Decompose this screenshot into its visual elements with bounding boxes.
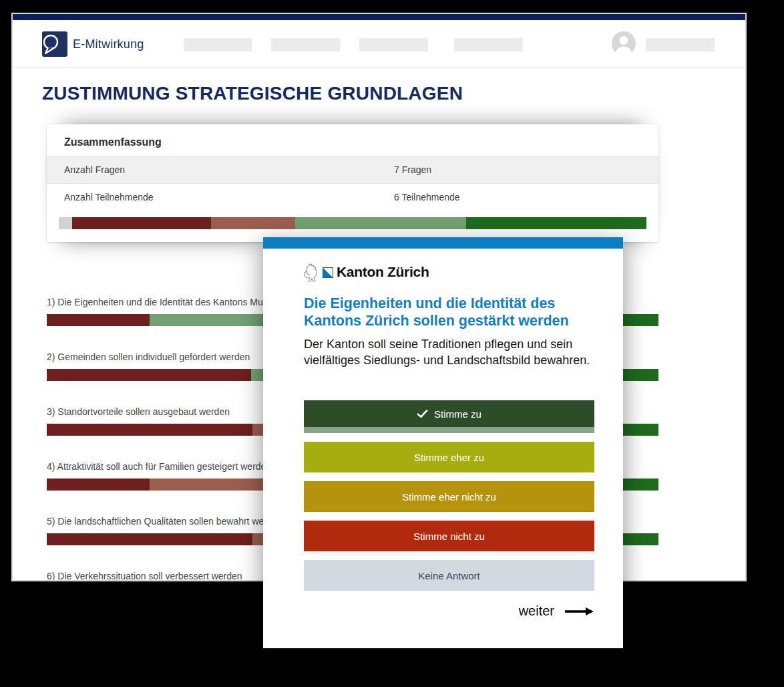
lion-crest-icon bbox=[303, 262, 321, 282]
top-navy-bar bbox=[13, 14, 745, 20]
person-icon bbox=[612, 31, 636, 55]
modal-content: Kanton Zürich Die Eigenheiten und die Id… bbox=[304, 237, 594, 648]
brand-name: E-Mitwirkung bbox=[73, 37, 144, 51]
check-icon bbox=[417, 409, 428, 418]
page-title: ZUSTIMMUNG STRATEGISCHE GRUNDLAGEN bbox=[42, 83, 463, 104]
app-header: E-Mitwirkung bbox=[13, 20, 745, 68]
question-description: Der Kanton soll seine Traditionen pflege… bbox=[304, 336, 594, 368]
nav-placeholder[interactable] bbox=[271, 38, 340, 51]
bar-segment-stimme-nicht-zu bbox=[47, 314, 150, 326]
answer-button-keine-antwort[interactable]: Keine Antwort bbox=[304, 560, 594, 591]
summary-row-value: 6 Teilnehmende bbox=[394, 192, 460, 202]
answer-button-stimme-eher-zu[interactable]: Stimme eher zu bbox=[304, 442, 594, 472]
summary-row-label: Anzahl Fragen bbox=[64, 164, 125, 175]
bar-segment-stimme-nicht-zu bbox=[47, 533, 252, 545]
next-button[interactable]: weiter bbox=[519, 603, 594, 619]
nav-placeholder[interactable] bbox=[359, 38, 428, 51]
summary-row: Anzahl Teilnehmende6 Teilnehmende bbox=[47, 184, 658, 211]
answer-button-stimme-zu[interactable]: Stimme zu bbox=[304, 400, 594, 433]
summary-rows: Anzahl Fragen7 FragenAnzahl Teilnehmende… bbox=[47, 156, 658, 211]
screenshot-stage: E-Mitwirkung ZUSTIMMUNG STRATEGISCHE GRU… bbox=[0, 0, 784, 687]
answer-button-stimme-nicht-zu[interactable]: Stimme nicht zu bbox=[304, 521, 594, 551]
bar-segment-keine-antwort bbox=[59, 217, 72, 229]
answer-button-stimme-eher-nicht-zu[interactable]: Stimme eher nicht zu bbox=[304, 481, 594, 512]
e-mitwirkung-logo bbox=[42, 31, 67, 57]
question-modal: Kanton Zürich Die Eigenheiten und die Id… bbox=[263, 237, 623, 648]
bar-segment-stimme-nicht-zu bbox=[72, 217, 211, 229]
answer-label: Stimme eher nicht zu bbox=[402, 491, 496, 503]
question-title: Die Eigenheiten und die Identität des Ka… bbox=[304, 295, 594, 329]
summary-row-value: 7 Fragen bbox=[394, 164, 431, 175]
next-label: weiter bbox=[519, 603, 554, 619]
user-avatar[interactable] bbox=[612, 31, 636, 55]
arrow-right-icon bbox=[564, 606, 594, 617]
answer-label: Stimme zu bbox=[434, 408, 481, 420]
zuerich-flag-icon bbox=[323, 267, 333, 278]
summary-title: Zusammenfassung bbox=[64, 136, 162, 148]
bar-segment-stimme-zu bbox=[466, 217, 646, 229]
summary-row-label: Anzahl Teilnehmende bbox=[64, 192, 154, 202]
bar-segment-stimme-nicht-zu bbox=[47, 478, 150, 491]
selected-strip bbox=[304, 427, 594, 433]
bar-segment-stimme-eher-nicht-zu bbox=[211, 217, 295, 229]
summary-stacked-bar bbox=[59, 217, 646, 229]
nav-placeholder[interactable] bbox=[184, 38, 252, 51]
answer-label: Stimme eher zu bbox=[414, 452, 484, 463]
bar-segment-stimme-nicht-zu bbox=[47, 369, 251, 381]
nav-placeholder[interactable] bbox=[454, 38, 523, 51]
answer-buttons: Stimme zuStimme eher zuStimme eher nicht… bbox=[304, 400, 594, 599]
kanton-zuerich-logo: Kanton Zürich bbox=[303, 262, 429, 282]
bar-segment-stimme-nicht-zu bbox=[47, 424, 252, 436]
summary-card: Zusammenfassung Anzahl Fragen7 FragenAnz… bbox=[47, 124, 658, 242]
answer-label: Stimme nicht zu bbox=[413, 531, 485, 542]
kanton-zuerich-wordmark: Kanton Zürich bbox=[337, 264, 429, 280]
bar-segment-stimme-eher-zu bbox=[295, 217, 466, 229]
speech-bubble-icon bbox=[42, 31, 67, 57]
summary-row: Anzahl Fragen7 Fragen bbox=[47, 156, 658, 184]
answer-label: Keine Antwort bbox=[418, 570, 480, 581]
username-placeholder bbox=[646, 38, 715, 51]
